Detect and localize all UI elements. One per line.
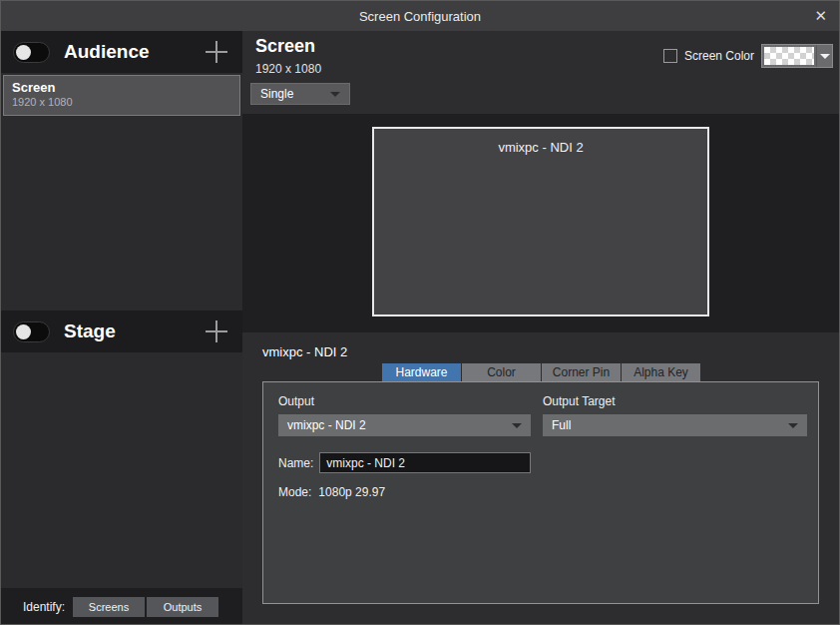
identify-screens-button[interactable]: Screens — [73, 597, 145, 617]
window-title: Screen Configuration — [359, 9, 481, 24]
main-header: Screen 1920 x 1080 Screen Color Single — [242, 31, 839, 114]
chevron-down-icon — [788, 423, 798, 428]
audience-label: Audience — [64, 41, 205, 63]
page-resolution: 1920 x 1080 — [255, 62, 321, 76]
close-icon[interactable]: ✕ — [814, 1, 827, 31]
name-label: Name: — [278, 456, 313, 470]
mode-label: Mode: — [278, 485, 311, 499]
tab-corner-pin[interactable]: Corner Pin — [542, 363, 621, 382]
window-body: Audience Screen 1920 x 1080 Stage Identi… — [1, 31, 839, 625]
screen-color-label: Screen Color — [684, 49, 754, 63]
hardware-group-box: Output vmixpc - NDI 2 Output Target Full… — [262, 381, 819, 604]
page-title: Screen — [255, 36, 315, 57]
stage-label: Stage — [64, 320, 205, 342]
output-select-value: vmixpc - NDI 2 — [287, 418, 366, 432]
screen-layout-select[interactable]: Single — [250, 83, 350, 105]
identify-bar: Identify: Screens Outputs — [1, 588, 242, 625]
title-bar: Screen Configuration ✕ — [1, 1, 839, 31]
chevron-down-icon — [512, 423, 522, 428]
settings-tabs: Hardware Color Corner Pin Alpha Key — [382, 363, 700, 382]
mode-value: 1080p 29.97 — [318, 485, 385, 499]
chevron-down-icon — [330, 92, 340, 97]
identify-outputs-button[interactable]: Outputs — [147, 597, 218, 617]
identify-label: Identify: — [23, 600, 65, 614]
screen-color-checkbox[interactable] — [663, 49, 677, 63]
chevron-down-icon — [820, 54, 830, 59]
audience-toggle[interactable] — [13, 42, 50, 63]
toggle-knob — [16, 324, 31, 339]
toggle-knob — [16, 45, 31, 60]
add-stage-screen-icon[interactable] — [205, 319, 228, 343]
output-target-label: Output Target — [543, 394, 616, 408]
output-settings-panel: vmixpc - NDI 2 Hardware Color Corner Pin… — [242, 332, 839, 625]
screen-color-group: Screen Color — [663, 44, 833, 68]
name-row: Name: — [278, 452, 531, 473]
layout-select-value: Single — [260, 87, 293, 101]
preview-output-label: vmixpc - NDI 2 — [498, 140, 583, 314]
sidebar-item-screen[interactable]: Screen 1920 x 1080 — [3, 75, 240, 116]
identify-buttons: Screens Outputs — [73, 597, 218, 617]
output-label: Output — [278, 394, 314, 408]
tab-alpha-key[interactable]: Alpha Key — [622, 363, 700, 382]
output-select[interactable]: vmixpc - NDI 2 — [278, 414, 531, 436]
tab-hardware[interactable]: Hardware — [382, 363, 461, 382]
tab-color[interactable]: Color — [462, 363, 541, 382]
screen-configuration-window: Screen Configuration ✕ Audience Screen 1… — [0, 0, 840, 625]
stage-toggle[interactable] — [13, 321, 50, 342]
sidebar: Audience Screen 1920 x 1080 Stage Identi… — [1, 31, 242, 625]
screen-item-resolution: 1920 x 1080 — [12, 96, 231, 108]
screen-preview-area: vmixpc - NDI 2 — [242, 114, 839, 332]
audience-section-header: Audience — [1, 31, 242, 73]
screen-preview-box[interactable]: vmixpc - NDI 2 — [372, 127, 709, 316]
screen-color-swatch[interactable] — [761, 44, 833, 68]
main-area: Screen 1920 x 1080 Screen Color Single — [242, 31, 839, 625]
add-audience-screen-icon[interactable] — [205, 40, 228, 64]
output-target-select[interactable]: Full — [543, 414, 807, 436]
settings-title: vmixpc - NDI 2 — [262, 344, 347, 359]
swatch-dropdown-button[interactable] — [816, 45, 832, 67]
transparent-checker-swatch — [764, 47, 814, 65]
mode-row: Mode: 1080p 29.97 — [278, 485, 385, 499]
name-input[interactable] — [319, 452, 531, 473]
stage-section-header: Stage — [1, 311, 242, 352]
screen-item-title: Screen — [12, 80, 231, 95]
output-target-value: Full — [552, 418, 571, 432]
